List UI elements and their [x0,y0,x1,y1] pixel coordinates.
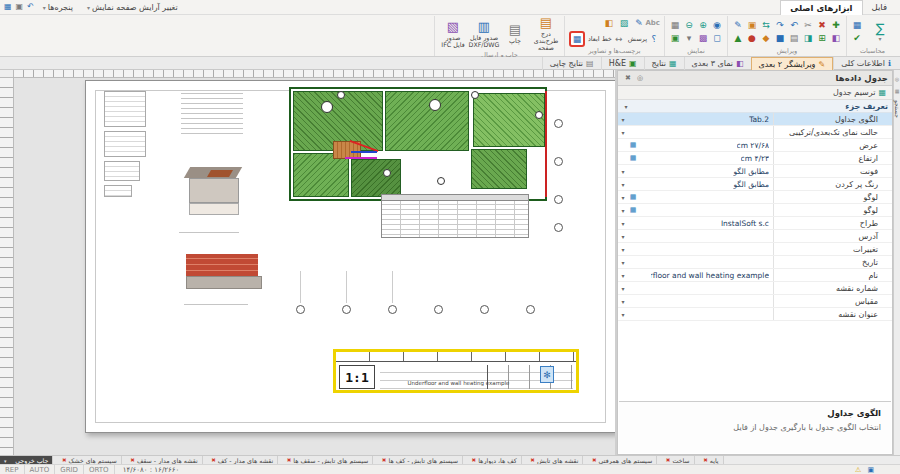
results-table[interactable] [381,194,529,238]
property-value[interactable]: ۲۷/۶۸ cm [618,139,774,151]
property-value[interactable]: مطابق الگو [618,178,774,190]
mode-toggle[interactable]: REP [0,465,25,474]
view-tool-icon[interactable]: ⊖ [683,19,695,31]
property-row[interactable]: طراح InstalSoft s.c [618,217,892,230]
mode-toggle[interactable]: AUTO [25,465,56,474]
layer-tab[interactable]: سیستم های خشک [53,456,121,464]
edit-tool-icon[interactable]: ◆ [760,32,772,44]
edit-tool-icon[interactable]: ▲ [732,32,744,44]
text-style-icon[interactable]: Abc [648,17,660,29]
connection-icon[interactable]: ▣ [867,466,874,474]
edit-tool-icon[interactable]: ◧ [830,32,842,44]
property-row[interactable]: رنگ پر کردن مطابق الگو [618,178,892,191]
dimension-line-tool[interactable]: ↔ خط ابعاد [588,33,625,45]
property-value[interactable] [618,256,774,268]
property-row[interactable]: نام Underfloor and wall heating example [618,269,892,282]
legend-table[interactable] [104,161,140,181]
property-value[interactable] [618,126,774,138]
calculations-button[interactable]: ∑ ▾ [866,22,894,41]
view-tool-icon[interactable]: ⊕ [697,19,709,31]
section-header[interactable]: تعریف جزء ▾ [618,100,892,113]
search-icon[interactable]: ◎ [895,76,899,82]
heating-zone[interactable] [385,91,469,151]
windows-menu[interactable]: پنجره‌ها ▾ [38,0,78,14]
ribbon-tab[interactable]: ابزارهای اصلی [780,0,862,15]
property-row[interactable]: لوگو [618,204,892,217]
property-row[interactable]: مقیاس [618,295,892,308]
view-tool-icon[interactable]: ▦ [669,19,681,31]
edit-tool-icon[interactable]: ▤ [788,32,800,44]
layer-tab[interactable]: چاپ خروجی [0,456,53,464]
draw-table-button[interactable]: ترسیم جدول [833,88,875,97]
edit-tool-icon[interactable]: ● [746,32,758,44]
edit-tool-icon[interactable]: ⇆ [760,19,772,31]
image-tool-icon[interactable]: ▨ [618,17,630,29]
floor-plan[interactable] [289,87,547,201]
export-ifc-button[interactable]: ▧ صدور فایل IFC [439,20,467,48]
manifold-symbol[interactable] [437,177,445,185]
dropdown-chevron-icon[interactable] [618,129,628,136]
legend-table[interactable] [104,131,146,157]
manifold-symbol[interactable] [535,111,543,119]
layer-tab[interactable]: پایه [695,456,724,464]
app-icon[interactable]: ▦ [4,0,12,14]
document-tab[interactable]: ◧ نمای ۳ بعدی [684,57,751,70]
layer-tab[interactable]: کف ها، دیوارها [463,456,522,464]
dropdown-chevron-icon[interactable] [618,233,628,240]
panel-list-icon[interactable]: ▦ [895,88,900,94]
insert-data-table-button[interactable]: ▦ [569,31,585,47]
manifold-symbol[interactable] [471,91,479,99]
property-value[interactable]: ۴/۲۳ cm [618,152,774,164]
print-button[interactable]: ▤ چاپ [501,23,529,44]
property-value[interactable]: 2.Tab [618,113,774,125]
layer-tab[interactable]: نقشه های مدار - کف [203,456,279,464]
logo-cell-selected[interactable]: ✻ [540,366,554,383]
document-tab[interactable]: ▣ H&E [601,57,644,70]
legend-table[interactable] [104,91,146,127]
warning-icon[interactable]: ⚠ [855,466,861,474]
dropdown-chevron-icon[interactable] [618,285,628,292]
property-row[interactable]: الگوی جداول 2.Tab [618,113,892,126]
question-tool[interactable]: ؟ پرسش [628,33,660,45]
search-side-tab[interactable]: جستجو [894,100,900,118]
edit-tool-icon[interactable]: ✎ [732,19,744,31]
notes-text-block[interactable] [181,89,243,135]
heating-zone[interactable] [473,93,545,147]
property-value[interactable] [618,243,774,255]
frame-tool-icon[interactable]: ◧ [603,17,615,29]
property-row[interactable]: آدرس [618,230,892,243]
layer-tab[interactable]: نقشه های تابش [522,456,584,464]
dropdown-chevron-icon[interactable] [618,181,628,188]
property-value[interactable] [618,295,774,307]
edit-tool-icon[interactable]: ✖ [816,19,828,31]
title-block-selected[interactable]: 1:1 Underfloor and wall heating example … [333,349,579,393]
undo-icon[interactable]: ↶ [27,0,34,14]
dropdown-chevron-icon[interactable] [618,246,628,253]
property-row[interactable]: عنوان نقشه [618,308,892,321]
export-dxf-dwg-button[interactable]: ▥ صدور فایل DXF/DWG [470,20,498,48]
print-page[interactable]: 1:1 Underfloor and wall heating example … [85,80,616,433]
property-value[interactable] [618,191,774,203]
manifold-symbol[interactable] [429,99,441,111]
property-value[interactable]: InstalSoft s.c [618,217,774,229]
view-tool-icon[interactable]: ▾ [683,32,695,44]
close-icon[interactable]: ✖ [622,74,634,82]
property-row[interactable]: فونت مطابق الگو [618,165,892,178]
edit-tool-icon[interactable]: ↷ [774,19,786,31]
dropdown-chevron-icon[interactable] [618,194,628,201]
dropdown-chevron-icon[interactable] [618,298,628,305]
save-icon[interactable]: ▣ [16,0,24,14]
property-row[interactable]: ارتفاع ۴/۲۳ cm [618,152,892,165]
view-tool-icon[interactable]: ▣ [669,32,681,44]
view-tool-icon[interactable]: ◻ [711,32,723,44]
dropdown-chevron-icon[interactable] [618,259,628,266]
layer-tab[interactable]: نقشه های مدار - سقف [122,456,203,464]
property-row[interactable]: حالت نمای تک‌بعدی/ترکیبی [618,126,892,139]
manifold-symbol[interactable] [321,101,333,113]
view-tool-icon[interactable]: ◉ [711,19,723,31]
edit-tool-icon[interactable]: ⊞ [816,32,828,44]
edit-tool-icon[interactable]: ↶ [788,19,800,31]
dropdown-chevron-icon[interactable] [618,220,628,227]
property-row[interactable]: تغییرات [618,243,892,256]
construction-detail-image[interactable] [184,237,266,297]
